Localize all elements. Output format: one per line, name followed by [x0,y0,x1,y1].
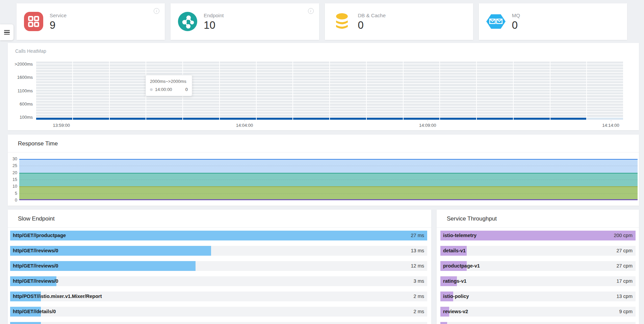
heatmap-cell[interactable] [110,101,146,103]
heatmap-cell[interactable] [514,75,550,77]
heatmap-cell[interactable] [367,70,403,72]
heatmap-cell[interactable] [293,115,329,117]
heatmap-cell[interactable] [183,70,219,72]
heatmap-cell[interactable] [146,62,182,64]
heatmap-cell[interactable] [440,115,476,117]
service-throughput-row[interactable]: details-v1 27 cpm [440,246,636,256]
heatmap-cell[interactable] [293,64,329,66]
heatmap-cell[interactable] [110,98,146,100]
heatmap-cell[interactable] [587,73,623,75]
heatmap-cell[interactable] [367,75,403,77]
heatmap-cell[interactable] [550,64,587,66]
heatmap-cell[interactable] [257,101,293,103]
heatmap-cell[interactable] [110,87,146,89]
heatmap-cell[interactable] [367,109,403,111]
heatmap-cell[interactable] [110,103,146,106]
heatmap-cell[interactable] [367,62,403,64]
heatmap-cell[interactable] [73,112,109,114]
heatmap-cell[interactable] [73,115,109,117]
heatmap-cell[interactable] [587,62,623,64]
heatmap-cell[interactable] [73,92,109,94]
slow-endpoint-row[interactable]: http/GET//productpage 27 ms [10,231,427,240]
heatmap-cell[interactable] [183,107,219,109]
heatmap-cell[interactable] [330,103,366,106]
heatmap-cell[interactable] [257,115,293,117]
heatmap-cell[interactable] [220,109,256,111]
heatmap-cell[interactable] [587,92,623,94]
heatmap-cell[interactable] [183,73,219,75]
heatmap-cell[interactable] [404,118,440,120]
heatmap-cell[interactable] [367,84,403,86]
heatmap-cell[interactable] [514,103,550,106]
heatmap-cell[interactable] [440,75,476,77]
heatmap-cell[interactable] [587,75,623,77]
heatmap-cell[interactable] [440,112,476,114]
heatmap-cell[interactable] [330,107,366,109]
heatmap-cell[interactable] [73,75,109,77]
heatmap-cell[interactable] [514,64,550,66]
response-time-plot[interactable] [19,159,638,200]
heatmap-cell[interactable] [477,90,513,92]
heatmap-cell[interactable] [587,101,623,103]
heatmap-cell[interactable] [36,84,72,86]
heatmap-cell[interactable] [440,109,476,111]
heatmap-cell[interactable] [257,81,293,83]
heatmap-cell[interactable] [293,70,329,72]
heatmap-cell[interactable] [36,115,72,117]
heatmap-cell[interactable] [440,78,476,80]
heatmap-cell[interactable] [183,118,219,120]
heatmap-cell[interactable] [220,67,256,69]
heatmap-cell[interactable] [514,62,550,64]
heatmap-cell[interactable] [220,73,256,75]
heatmap-cell[interactable] [110,64,146,66]
heatmap-cell[interactable] [73,107,109,109]
heatmap-cell[interactable] [440,81,476,83]
heatmap-cell[interactable] [404,87,440,89]
heatmap-cell[interactable] [36,78,72,80]
heatmap-cell[interactable] [477,70,513,72]
heatmap-cell[interactable] [220,87,256,89]
heatmap-cell[interactable] [257,62,293,64]
slow-endpoint-row-partial[interactable] [10,322,427,324]
heatmap-cell[interactable] [257,78,293,80]
heatmap-cell[interactable] [257,112,293,114]
heatmap-cell[interactable] [514,87,550,89]
heatmap-cell[interactable] [146,98,182,100]
heatmap-cell[interactable] [404,103,440,106]
heatmap-cell[interactable] [550,109,587,111]
heatmap-cell[interactable] [440,84,476,86]
service-throughput-row[interactable]: ratings-v1 17 cpm [440,276,636,286]
heatmap-cell[interactable] [440,118,476,120]
heatmap-cell[interactable] [550,67,587,69]
heatmap-cell[interactable] [220,112,256,114]
heatmap-cell[interactable] [587,109,623,111]
heatmap-cell[interactable] [367,87,403,89]
heatmap-cell[interactable] [440,98,476,100]
heatmap-cell[interactable] [477,101,513,103]
heatmap-cell[interactable] [330,73,366,75]
heatmap-cell[interactable] [220,95,256,97]
heatmap-cell[interactable] [550,95,587,97]
heatmap-cell[interactable] [73,98,109,100]
heatmap-cell[interactable] [367,115,403,117]
heatmap-cell[interactable] [220,75,256,77]
heatmap-cell[interactable] [587,64,623,66]
heatmap-cell[interactable] [404,95,440,97]
heatmap-cell[interactable] [477,112,513,114]
heatmap-cell[interactable] [550,81,587,83]
heatmap-cell[interactable] [110,81,146,83]
heatmap-cell[interactable] [477,107,513,109]
heatmap-cell[interactable] [110,67,146,69]
heatmap-cell[interactable] [293,112,329,114]
heatmap-cell[interactable] [36,67,72,69]
heatmap-cell[interactable] [587,84,623,86]
heatmap-cell[interactable] [146,67,182,69]
slow-endpoint-row[interactable]: http/GET//reviews/0 12 ms [10,261,427,271]
heatmap-cell[interactable] [36,87,72,89]
heatmap-cell[interactable] [36,73,72,75]
slow-endpoint-row[interactable]: http/POST//istio.mixer.v1.Mixer/Report 2… [10,292,427,301]
heatmap-cell[interactable] [73,67,109,69]
heatmap-cell[interactable] [110,109,146,111]
heatmap-cell[interactable] [514,81,550,83]
heatmap-cell[interactable] [220,101,256,103]
